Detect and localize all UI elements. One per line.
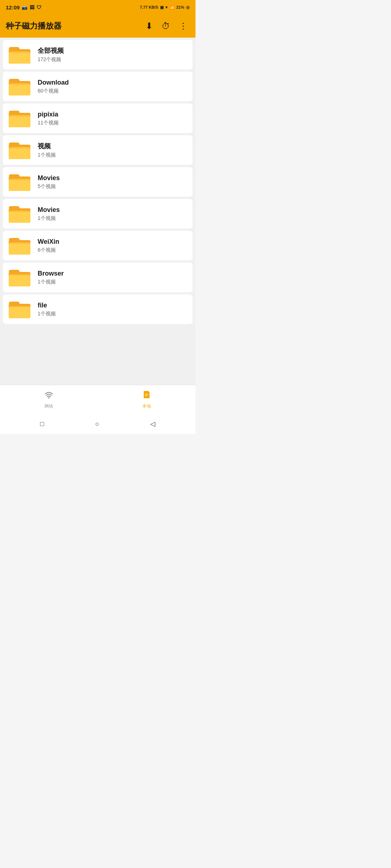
svg-rect-25 — [9, 306, 30, 318]
svg-rect-22 — [9, 274, 30, 286]
folder-icon — [9, 77, 32, 96]
svg-rect-16 — [9, 210, 30, 223]
folder-icon — [9, 172, 32, 192]
folder-list: 全部视频 172个视频 Download 60个视频 — [0, 38, 196, 385]
folder-name: Browser — [38, 270, 64, 277]
svg-rect-2 — [9, 51, 30, 53]
svg-rect-10 — [9, 147, 30, 159]
folder-name: 全部视频 — [38, 46, 64, 55]
folder-count: 11个视频 — [38, 120, 59, 126]
android-nav-bar: □ ○ ◁ — [0, 414, 196, 434]
svg-rect-20 — [9, 242, 30, 244]
network-speed: 7.77 KB/S — [140, 5, 158, 9]
svg-rect-29 — [145, 395, 147, 396]
nav-icon-网络 — [44, 390, 54, 402]
folder-count: 1个视频 — [38, 311, 56, 317]
nav-circle-button[interactable]: ○ — [95, 420, 99, 428]
history-button[interactable]: ⏱ — [159, 19, 172, 33]
folder-count: 172个视频 — [38, 56, 64, 63]
folder-text: 视频 1个视频 — [38, 142, 56, 158]
folder-icon — [9, 268, 32, 287]
nav-icon-本地 — [142, 390, 152, 402]
status-left: 12:09 📷 🖼 🛡 — [6, 4, 41, 10]
svg-rect-23 — [9, 274, 30, 276]
nav-label-网络: 网络 — [45, 403, 53, 409]
nav-triangle-button[interactable]: ◁ — [150, 420, 155, 428]
folder-count: 60个视频 — [38, 88, 69, 94]
status-time: 12:09 — [6, 4, 20, 10]
folder-text: Browser 1个视频 — [38, 270, 64, 285]
svg-rect-8 — [9, 115, 30, 116]
folder-text: Download 60个视频 — [38, 79, 69, 94]
app-bar: 种子磁力播放器 ⬇ ⏱ ⋮ — [0, 14, 196, 38]
svg-rect-28 — [145, 394, 148, 395]
svg-rect-17 — [9, 210, 30, 212]
folder-icon — [9, 109, 32, 128]
svg-rect-19 — [9, 242, 30, 255]
folder-item[interactable]: Download 60个视频 — [3, 72, 193, 101]
camera-icon: 📷 — [22, 5, 28, 10]
folder-name: WeiXin — [38, 238, 59, 246]
folder-count: 1个视频 — [38, 152, 56, 158]
status-right: 7.77 KB/S ▣ ▾ 📶 21% ◎ — [140, 5, 190, 10]
folder-count: 1个视频 — [38, 215, 60, 222]
svg-rect-14 — [9, 179, 30, 180]
folder-text: Movies 5个视频 — [38, 174, 60, 190]
battery-icon: ◎ — [186, 5, 190, 10]
svg-rect-26 — [9, 306, 30, 307]
folder-icon — [9, 204, 32, 224]
folder-count: 6个视频 — [38, 247, 59, 254]
folder-text: Movies 1个视频 — [38, 206, 60, 222]
app-title: 种子磁力播放器 — [6, 21, 139, 31]
image-icon: 🖼 — [30, 5, 34, 10]
folder-icon — [9, 140, 32, 160]
more-button[interactable]: ⋮ — [177, 19, 190, 33]
status-bar: 12:09 📷 🖼 🛡 7.77 KB/S ▣ ▾ 📶 21% ◎ — [0, 0, 196, 14]
nav-item-本地[interactable]: 本地 — [98, 387, 196, 412]
battery-level: 21% — [176, 5, 184, 9]
folder-icon — [9, 236, 32, 255]
folder-name: Movies — [38, 206, 60, 214]
folder-name: file — [38, 302, 56, 309]
folder-text: WeiXin 6个视频 — [38, 238, 59, 254]
svg-rect-4 — [9, 83, 30, 95]
folder-item[interactable]: Movies 1个视频 — [3, 199, 193, 229]
folder-icon — [9, 45, 32, 64]
svg-rect-11 — [9, 147, 30, 148]
download-button[interactable]: ⬇ — [143, 19, 155, 33]
folder-count: 5个视频 — [38, 183, 60, 190]
svg-point-27 — [48, 397, 50, 399]
svg-rect-1 — [9, 51, 30, 64]
nav-item-网络[interactable]: 网络 — [0, 387, 98, 412]
folder-item[interactable]: pipixia 11个视频 — [3, 103, 193, 133]
wifi-icon: ▾ — [165, 5, 168, 10]
bottom-nav: 网络 本地 — [0, 385, 196, 414]
folder-item[interactable]: WeiXin 6个视频 — [3, 231, 193, 260]
folder-item[interactable]: Browser 1个视频 — [3, 263, 193, 292]
folder-icon — [9, 299, 32, 319]
folder-item[interactable]: 视频 1个视频 — [3, 135, 193, 165]
signal-icon: 📶 — [169, 5, 175, 10]
folder-text: 全部视频 172个视频 — [38, 46, 64, 63]
svg-rect-7 — [9, 115, 30, 127]
svg-rect-13 — [9, 179, 30, 191]
folder-item[interactable]: file 1个视频 — [3, 294, 193, 324]
nav-label-本地: 本地 — [142, 403, 151, 409]
volt-icon: ▣ — [160, 5, 164, 10]
nav-square-button[interactable]: □ — [40, 420, 44, 428]
folder-name: Movies — [38, 174, 60, 182]
folder-item[interactable]: 全部视频 172个视频 — [3, 40, 193, 69]
folder-count: 1个视频 — [38, 279, 64, 285]
folder-name: Download — [38, 79, 69, 86]
folder-item[interactable]: Movies 5个视频 — [3, 167, 193, 197]
svg-rect-5 — [9, 83, 30, 85]
folder-name: pipixia — [38, 111, 59, 118]
folder-name: 视频 — [38, 142, 56, 150]
folder-text: file 1个视频 — [38, 302, 56, 317]
shield-icon: 🛡 — [37, 5, 41, 10]
folder-text: pipixia 11个视频 — [38, 111, 59, 126]
